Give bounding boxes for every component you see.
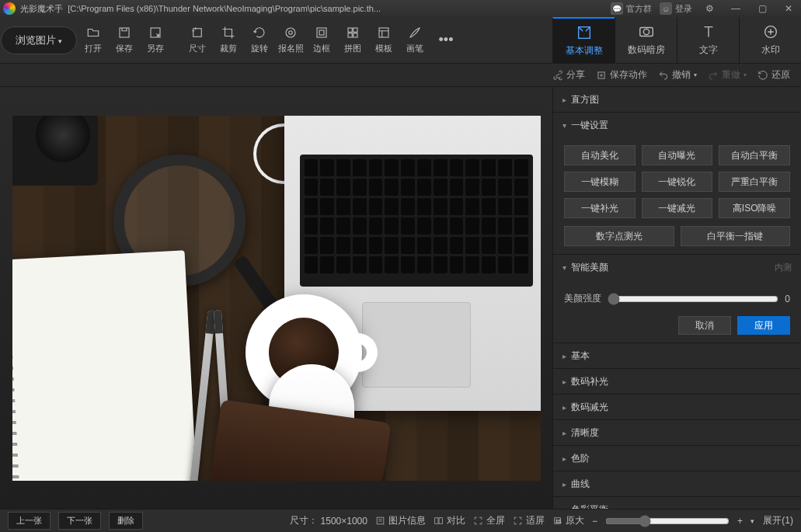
chevron-right-icon: ▸ xyxy=(562,506,566,509)
save-as-tool[interactable]: 另存 xyxy=(140,17,171,63)
chat-icon: 💬 xyxy=(611,2,623,15)
beauty-strength-value: 0 xyxy=(785,294,790,304)
section-collapsed-1[interactable]: ▸数码补光 xyxy=(553,369,801,394)
share-button[interactable]: 分享 xyxy=(552,68,585,82)
image-canvas[interactable] xyxy=(0,87,552,509)
chevron-right-icon: ▸ xyxy=(562,480,566,489)
maximize-button[interactable]: ▢ xyxy=(753,2,771,16)
brush-tool[interactable]: 画笔 xyxy=(399,17,430,63)
beauty-strength-label: 美颜强度 xyxy=(564,292,601,305)
more-tools[interactable]: ••• xyxy=(430,17,461,63)
svg-rect-0 xyxy=(120,28,129,37)
chevron-down-icon: ▾ xyxy=(562,263,566,272)
section-collapsed-4[interactable]: ▸色阶 xyxy=(553,446,801,471)
oneclick-extra-0[interactable]: 数字点测光 xyxy=(564,226,674,246)
size-tool[interactable]: 尺寸 xyxy=(182,17,213,63)
window-title: 光影魔术手 [C:\Program Files (x86)\Thunder Ne… xyxy=(20,3,611,15)
svg-point-14 xyxy=(643,29,649,34)
beauty-cancel-button[interactable]: 取消 xyxy=(678,316,731,335)
collage-tool[interactable]: 拼图 xyxy=(337,17,368,63)
open-tool[interactable]: 打开 xyxy=(78,17,109,63)
tab-watermark[interactable]: 水印 xyxy=(739,17,801,63)
official-group-link[interactable]: 💬官方群 xyxy=(611,2,652,15)
save-tool[interactable]: 保存 xyxy=(109,17,140,63)
app-logo-icon xyxy=(3,2,16,15)
svg-rect-18 xyxy=(377,517,384,524)
chevron-down-icon: ▾ xyxy=(58,37,62,45)
id-photo-tool[interactable]: 报名照 xyxy=(275,17,306,63)
beauty-apply-button[interactable]: 应用 xyxy=(737,316,790,335)
redo-button[interactable]: 重做 ▾ xyxy=(708,68,747,82)
svg-rect-5 xyxy=(317,28,326,37)
oneclick-extra-1[interactable]: 白平衡一指键 xyxy=(681,226,791,246)
crop-tool[interactable]: 裁剪 xyxy=(213,17,244,63)
chevron-right-icon: ▸ xyxy=(562,429,566,437)
section-histogram[interactable]: ▸直方图 xyxy=(553,87,801,112)
fullscreen-button[interactable]: 全屏 xyxy=(473,514,505,527)
section-beauty[interactable]: ▾智能美颜内测 xyxy=(553,255,801,280)
oneclick-8[interactable]: 高ISO降噪 xyxy=(719,198,790,218)
close-button[interactable]: ✕ xyxy=(779,2,798,16)
tab-basic-adjust[interactable]: 基本调整 xyxy=(552,17,615,63)
next-image-button[interactable]: 下一张 xyxy=(58,512,101,530)
sample-image xyxy=(12,116,541,481)
image-dimensions: 尺寸：1500×1000 xyxy=(290,514,367,527)
side-panel: ▸直方图 ▾一键设置 自动美化自动曝光自动白平衡一键模糊一键锐化严重白平衡一键补… xyxy=(552,87,801,509)
chevron-down-icon: ▾ xyxy=(744,71,747,78)
tab-text[interactable]: 文字 xyxy=(677,17,739,63)
template-tool[interactable]: 模板 xyxy=(368,17,399,63)
section-collapsed-5[interactable]: ▸曲线 xyxy=(553,471,801,496)
restore-button[interactable]: 还原 xyxy=(757,68,790,82)
border-tool[interactable]: 边框 xyxy=(306,17,337,63)
delete-image-button[interactable]: 删除 xyxy=(109,512,143,530)
tab-darkroom[interactable]: 数码暗房 xyxy=(615,17,677,63)
settings-icon[interactable]: ⚙ xyxy=(700,2,719,16)
rotate-tool[interactable]: 旋转 xyxy=(244,17,275,63)
undo-button[interactable]: 撤销 ▾ xyxy=(658,68,697,82)
section-collapsed-3[interactable]: ▸清晰度 xyxy=(553,420,801,445)
zoom-in-icon[interactable]: + xyxy=(737,516,743,527)
oneclick-4[interactable]: 一键锐化 xyxy=(642,172,713,192)
zoom-out-icon[interactable]: − xyxy=(592,516,597,527)
svg-point-17 xyxy=(601,74,602,75)
section-collapsed-0[interactable]: ▸基本 xyxy=(553,343,801,368)
beauty-strength-slider[interactable] xyxy=(608,293,778,305)
oneclick-0[interactable]: 自动美化 xyxy=(564,145,636,165)
prev-image-button[interactable]: 上一张 xyxy=(8,512,50,530)
browse-images-button[interactable]: 浏览图片 ▾ xyxy=(0,17,78,63)
chevron-right-icon: ▸ xyxy=(562,403,566,412)
oneclick-2[interactable]: 自动白平衡 xyxy=(719,145,790,165)
original-size-button[interactable]: 1:1原大 xyxy=(552,514,584,527)
minimize-button[interactable]: — xyxy=(726,2,745,16)
chevron-right-icon: ▸ xyxy=(562,454,566,463)
svg-rect-16 xyxy=(598,71,604,78)
login-link[interactable]: ☺登录 xyxy=(660,2,692,15)
chevron-right-icon: ▸ xyxy=(562,377,566,386)
oneclick-1[interactable]: 自动曝光 xyxy=(642,145,713,165)
fit-screen-button[interactable]: 适屏 xyxy=(513,514,545,527)
svg-rect-20 xyxy=(439,518,442,524)
section-collapsed-2[interactable]: ▸数码减光 xyxy=(553,395,801,419)
svg-rect-8 xyxy=(353,28,357,32)
oneclick-5[interactable]: 严重白平衡 xyxy=(719,172,790,192)
oneclick-7[interactable]: 一键减光 xyxy=(642,198,713,218)
oneclick-6[interactable]: 一键补光 xyxy=(564,198,636,218)
expand-panel-button[interactable]: ▾ 展开(1) xyxy=(751,514,793,527)
svg-point-3 xyxy=(286,28,295,37)
image-info-button[interactable]: 图片信息 xyxy=(375,514,426,527)
section-collapsed-6[interactable]: ▸色彩平衡 xyxy=(553,497,801,509)
zoom-slider[interactable] xyxy=(605,515,730,527)
svg-rect-11 xyxy=(379,28,388,37)
compare-button[interactable]: 对比 xyxy=(434,514,465,527)
chevron-down-icon: ▾ xyxy=(751,517,754,525)
svg-rect-19 xyxy=(435,518,438,524)
chevron-down-icon: ▾ xyxy=(694,71,697,78)
svg-rect-6 xyxy=(319,30,324,35)
beta-badge: 内测 xyxy=(775,262,792,273)
save-action-button[interactable]: 保存动作 xyxy=(596,68,647,82)
chevron-down-icon: ▾ xyxy=(562,121,566,130)
oneclick-3[interactable]: 一键模糊 xyxy=(564,172,636,192)
svg-rect-2 xyxy=(193,29,202,37)
section-one-click[interactable]: ▾一键设置 xyxy=(553,113,801,137)
svg-rect-9 xyxy=(348,33,352,37)
